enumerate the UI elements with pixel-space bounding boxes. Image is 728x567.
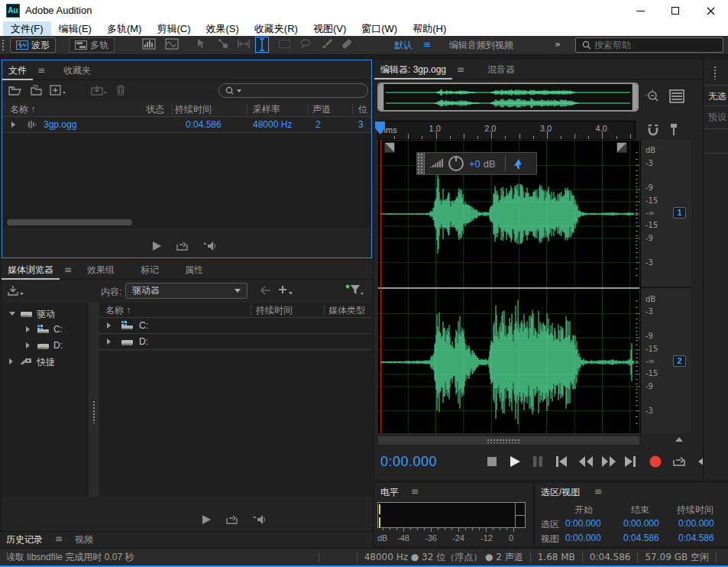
files-col-4[interactable]: 声道	[312, 103, 331, 116]
files-autoplay-speaker-icon[interactable]	[202, 241, 216, 251]
selection-duration[interactable]: 0:00.000	[678, 518, 714, 529]
media-col-2[interactable]: 媒体类型	[328, 304, 365, 317]
lasso-tool-icon[interactable]	[299, 38, 312, 50]
menu-item-8[interactable]: 帮助(H)	[405, 21, 454, 36]
wave-hscrollbar-grip[interactable]	[487, 439, 520, 443]
hud-grip[interactable]	[417, 153, 425, 174]
razor-tool-icon[interactable]	[217, 38, 229, 50]
tree-chevron-icon[interactable]	[26, 342, 30, 348]
view-start[interactable]: 0:00.000	[565, 533, 601, 543]
menu-item-7[interactable]: 窗口(W)	[354, 21, 405, 36]
tab-markers[interactable]: 标记	[134, 260, 165, 280]
tree-item-C:[interactable]: C:	[2, 322, 89, 338]
filter-icon[interactable]	[345, 284, 364, 296]
files-col-1[interactable]: 状态	[146, 103, 164, 116]
tab-video[interactable]: 视频	[75, 533, 93, 546]
overview-left-handle[interactable]	[379, 84, 384, 110]
vertical-zoom-arrow-icon[interactable]	[675, 437, 683, 442]
back-arrow-icon[interactable]	[260, 286, 271, 295]
loop-playback-button[interactable]	[672, 455, 686, 468]
menu-item-4[interactable]: 效果(S)	[199, 21, 247, 36]
menu-item-5[interactable]: 收藏夹(R)	[247, 21, 306, 36]
tab-media-browser[interactable]: 媒体浏览器	[2, 260, 60, 280]
files-search-box[interactable]	[218, 83, 368, 98]
strip-label-0[interactable]: 无选	[708, 90, 726, 103]
wave-hscrollbar[interactable]	[377, 436, 640, 446]
tree-item-快捷[interactable]: 快捷	[2, 354, 89, 370]
waveform-display[interactable]	[377, 140, 640, 434]
strip-grip[interactable]	[713, 66, 717, 79]
tree-chevron-icon[interactable]	[9, 312, 15, 316]
fast-forward-button[interactable]	[602, 456, 616, 467]
levels-menu-icon[interactable]: ≡	[406, 486, 423, 497]
tab-favorites[interactable]: 收藏夹	[57, 60, 97, 80]
minimize-button[interactable]	[623, 0, 658, 21]
play-button[interactable]	[510, 456, 520, 467]
hud-gain-control[interactable]: +0 dB	[416, 152, 537, 175]
menu-item-0[interactable]: 文件(F)	[3, 21, 51, 36]
file-name[interactable]: 3gp.ogg	[44, 119, 76, 130]
media-list-row-C:[interactable]: C:	[99, 318, 372, 334]
files-panel-menu-icon[interactable]: ≡	[33, 65, 50, 76]
download-icon[interactable]	[8, 285, 24, 296]
tree-chevron-icon[interactable]	[26, 326, 30, 332]
spot-heal-tool-icon[interactable]	[341, 38, 353, 50]
media-panel-menu-icon[interactable]: ≡	[60, 264, 76, 275]
channel-1-badge[interactable]: 1	[673, 207, 686, 219]
import-file-icon[interactable]	[30, 85, 44, 96]
list-chevron-icon[interactable]	[107, 339, 111, 345]
save-file-icon[interactable]	[91, 85, 108, 96]
row-expand-chevron-icon[interactable]	[11, 122, 15, 128]
maximize-button[interactable]	[658, 0, 693, 21]
tree-item-驱动[interactable]: 驱动	[2, 306, 89, 322]
new-file-icon[interactable]	[50, 85, 66, 96]
media-splitter[interactable]	[89, 303, 99, 497]
help-search-input[interactable]	[594, 40, 717, 50]
strip-label-1[interactable]: 预设	[708, 111, 726, 124]
workspace-default-tab[interactable]: 默认	[394, 39, 413, 52]
files-search-input[interactable]	[245, 86, 361, 96]
add-shortcut-icon[interactable]	[278, 284, 293, 296]
files-table-row[interactable]: 3gp.ogg 0:04.586 48000 Hz 2 3	[2, 117, 371, 133]
media-loop-icon[interactable]	[225, 514, 238, 525]
view-end[interactable]: 0:04.586	[623, 533, 659, 543]
list-chevron-icon[interactable]	[107, 322, 111, 329]
tree-chevron-icon[interactable]	[9, 358, 13, 364]
content-dropdown[interactable]: 驱动器	[125, 283, 248, 299]
media-autoplay-speaker-icon[interactable]	[252, 514, 266, 525]
files-col-2[interactable]: 持续时间	[175, 103, 212, 116]
magnet-snap-icon[interactable]	[646, 124, 660, 137]
files-loop-icon[interactable]	[176, 241, 189, 251]
workspace-overflow-icon[interactable]: »	[555, 38, 561, 50]
tab-editor[interactable]: 编辑器: 3gp.ogg	[374, 60, 452, 79]
spectral-pitch-icon[interactable]	[165, 38, 179, 50]
hud-gain-value[interactable]: +0	[469, 158, 480, 170]
tab-effects-rack[interactable]: 效果组	[81, 260, 121, 280]
help-search-box[interactable]	[575, 37, 723, 53]
transport-overflow-icon[interactable]	[697, 457, 703, 466]
toolbar-grip[interactable]	[2, 39, 5, 52]
splitter-grip[interactable]	[92, 400, 96, 423]
trash-icon[interactable]	[115, 84, 126, 96]
selection-end[interactable]: 0:00.000	[623, 518, 659, 529]
media-col-1[interactable]: 持续时间	[256, 304, 293, 317]
selection-view-menu-icon[interactable]: ≡	[590, 486, 607, 497]
fade-in-handle[interactable]	[384, 142, 395, 153]
tab-history[interactable]: 历史记录	[6, 533, 43, 549]
skip-to-start-button[interactable]	[556, 456, 567, 467]
selection-start[interactable]: 0:00.000	[565, 518, 601, 529]
open-file-icon[interactable]	[8, 85, 22, 96]
tab-mixer[interactable]: 混音器	[481, 60, 521, 79]
tab-files[interactable]: 文件	[2, 60, 33, 80]
marquee-tool-icon[interactable]	[278, 38, 291, 50]
hud-knob-icon[interactable]	[448, 155, 464, 172]
tab-properties[interactable]: 属性	[179, 260, 209, 280]
files-hscrollbar[interactable]	[7, 219, 132, 225]
close-button[interactable]	[693, 0, 728, 21]
waveform-view-button[interactable]: 波形	[10, 37, 56, 53]
history-menu-icon[interactable]: ≡	[50, 533, 67, 544]
hud-pin-icon[interactable]	[510, 157, 526, 170]
record-button[interactable]	[649, 455, 662, 468]
files-play-icon[interactable]	[152, 241, 162, 251]
skip-to-end-button[interactable]	[625, 456, 636, 467]
